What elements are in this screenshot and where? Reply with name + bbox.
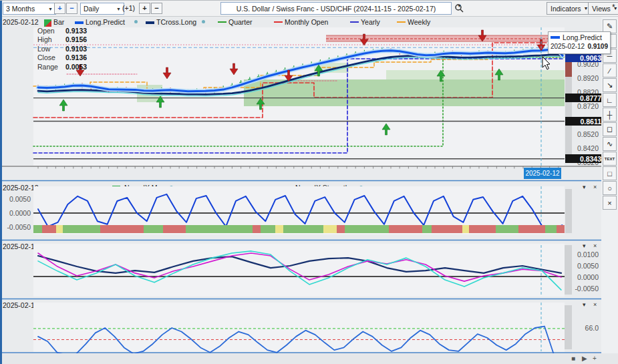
window-left-edge [0, 1, 2, 364]
stop-icon[interactable]: ■ [571, 355, 575, 362]
ohlc-row-range: Range0.0053 [37, 63, 87, 71]
panel3-axis-label: 0.0100 [567, 250, 599, 258]
modified-indicator: * [612, 3, 615, 12]
ohlc-row-close: Close0.9136 [37, 53, 87, 61]
ohlc-key: High [37, 35, 65, 43]
ohlc-key: Open [37, 27, 65, 35]
panel-3-collapse-button[interactable]: ▾ [583, 242, 586, 249]
range-select[interactable]: 3 Months ▼ [3, 3, 56, 15]
price-axis-badge-0.8611: 0.8611 [565, 117, 603, 126]
chevron-down-icon: ▼ [44, 7, 53, 11]
tooltip-series-name: Long.Predict [563, 33, 602, 41]
arrow-tool-icon[interactable]: ↘ [603, 78, 617, 92]
panel-2-collapse-button[interactable]: ▾ [583, 184, 586, 190]
period-select[interactable]: Daily ▼ [80, 3, 124, 15]
search-icon [454, 3, 464, 13]
ohlc-value: 0.9156 [65, 35, 87, 43]
ohlc-value: 0.9103 [65, 45, 87, 53]
chart-canvas [0, 1, 618, 364]
trading-app-window: 3 Months ▼ + − Daily ▼ (+1) + − U.S. Dol… [0, 0, 618, 364]
views-button-label: Views [592, 5, 611, 13]
ohlc-value: 0.9133 [65, 27, 87, 35]
indicators-button-label: Indicators [551, 5, 581, 13]
text-tool-icon[interactable]: TEXT [603, 152, 617, 166]
rectangle-tool-icon[interactable]: □ [603, 166, 617, 180]
panel-3-close-button[interactable]: × [593, 242, 597, 249]
wave-tool-icon[interactable]: ∿ [603, 137, 617, 151]
chart-title: U.S. Dollar / Swiss Franc - USD/CHF (202… [237, 5, 436, 13]
symbol-search-button[interactable]: ▼ [454, 3, 462, 8]
diagonal-line-icon[interactable]: ∕ [603, 63, 617, 77]
series-tooltip: Long.Predict 2025-02-12 0.9109 [548, 31, 611, 54]
highlighted-date-badge: 2025-02-12 [524, 168, 561, 179]
panel2-axis-label: -0.0050 [1, 223, 31, 231]
bottom-status-bar: ■▶+ [0, 353, 618, 364]
ellipse-tool-icon[interactable]: ○ [603, 181, 617, 195]
tooltip-date: 2025-02-12 [551, 43, 585, 50]
range-zoom-out-button[interactable]: − [66, 3, 78, 14]
panel3-axis-label: -0.0050 [567, 285, 599, 293]
crosshair-tool-icon[interactable]: ┼ [603, 108, 617, 122]
ohlc-row-high: High0.9156 [37, 35, 87, 43]
ohlc-key: Range [37, 63, 65, 71]
range-zoom-in-button[interactable]: + [54, 3, 65, 14]
bar-offset-label: (+1) [122, 4, 135, 12]
ohlc-value: 0.0053 [65, 63, 87, 71]
add-bar-button[interactable]: + [139, 3, 150, 14]
ohlc-key: Close [37, 53, 65, 61]
panel-4-collapse-button[interactable]: ▾ [583, 301, 586, 308]
chevron-down-icon: ▼ [112, 7, 121, 11]
top-toolbar: 3 Months ▼ + − Daily ▼ (+1) + − U.S. Dol… [0, 1, 618, 17]
panel3-axis-label: 0.0050 [567, 262, 599, 270]
tooltip-value: 0.9109 [587, 43, 608, 50]
ohlc-value: 0.9136 [65, 53, 87, 61]
remove-bar-button[interactable]: − [151, 3, 162, 14]
ohlc-key: Low [37, 45, 65, 53]
delete-tool-icon[interactable]: × [603, 196, 617, 210]
price-axis-label: 0.8420 [565, 144, 599, 152]
panel-2-close-button[interactable]: × [593, 184, 597, 190]
panel3-axis-label: 0.0000 [567, 273, 599, 281]
long-predict-swatch [551, 36, 560, 39]
price-axis-badge-0.9063: 0.9063 [565, 53, 603, 62]
range-select-value: 3 Months [6, 5, 35, 13]
chart-title-input[interactable]: U.S. Dollar / Swiss Franc - USD/CHF (202… [220, 2, 452, 15]
indicators-button[interactable]: Indicators ▼ [547, 2, 593, 15]
add-panel-icon[interactable]: + [593, 355, 597, 362]
ohlc-row-low: Low0.9103 [37, 45, 87, 53]
price-axis-label: 0.8920 [565, 74, 599, 82]
panel4-axis-label: 66.0 [567, 324, 599, 332]
panel-4-close-button[interactable]: × [593, 301, 597, 308]
angle-tool-icon[interactable]: ∟ [603, 93, 617, 107]
price-axis-badge-0.8343: 0.8343 [565, 154, 603, 163]
callout-icon[interactable]: ◻ [603, 122, 617, 136]
price-axis-badge-0.8777: 0.8777 [565, 94, 603, 102]
price-axis-label: 0.8520 [565, 130, 599, 138]
drawing-tools-toolbar: ✎│─∕↘∟┼◻∿TEXT□○× [601, 17, 618, 364]
period-select-value: Daily [84, 5, 99, 13]
ohlc-row-open: Open0.9133 [37, 27, 87, 35]
panel2-axis-label: 0.0000 [1, 209, 31, 217]
price-axis-label: 0.8720 [565, 102, 599, 110]
play-icon[interactable]: ▶ [582, 355, 587, 362]
panel2-axis-label: 0.0050 [1, 195, 31, 203]
